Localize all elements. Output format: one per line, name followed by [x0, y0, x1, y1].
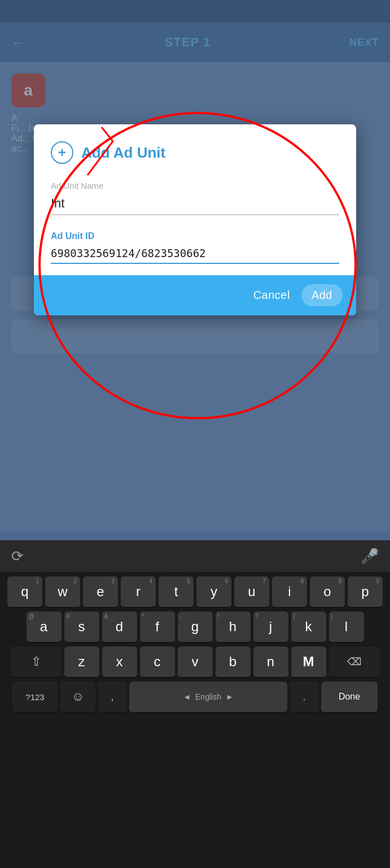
add-button[interactable]: Add [301, 284, 343, 306]
keyboard-toolbar: ⟳ 🎤 [0, 540, 390, 572]
add-icon-circle: + [51, 141, 73, 164]
keyboard-row-1: 1q 2w 3e 4r 5t 6y 7u 8i 9o 0p [3, 576, 387, 608]
space-arrow-right: ► [226, 692, 234, 701]
key-f[interactable]: *f [140, 611, 175, 643]
backspace-key[interactable]: ⌫ [329, 646, 380, 678]
key-v[interactable]: v [178, 646, 213, 678]
key-q[interactable]: 1q [7, 576, 42, 608]
modal-footer: Cancel Add [34, 275, 356, 315]
key-g[interactable]: -g [178, 611, 213, 643]
key-y[interactable]: 6y [196, 576, 231, 608]
key-w[interactable]: 2w [45, 576, 80, 608]
key-h[interactable]: !h [216, 611, 251, 643]
key-j[interactable]: ?j [253, 611, 288, 643]
key-n[interactable]: :n [253, 646, 288, 678]
key-x[interactable]: x [102, 646, 137, 678]
key-a[interactable]: @a [27, 611, 62, 643]
key-i[interactable]: 8i [272, 576, 307, 608]
key-p[interactable]: 0p [348, 576, 383, 608]
key-r[interactable]: 4r [121, 576, 156, 608]
keyboard-rows: 1q 2w 3e 4r 5t 6y 7u 8i 9o 0p @a #s &d *… [0, 572, 390, 719]
modal-title: Add Ad Unit [81, 144, 165, 162]
key-e[interactable]: 3e [83, 576, 118, 608]
done-key[interactable]: Done [321, 682, 378, 713]
key-d[interactable]: &d [102, 611, 137, 643]
key-c[interactable]: c [140, 646, 175, 678]
ad-unit-name-input[interactable] [51, 194, 339, 215]
microphone-icon[interactable]: 🎤 [361, 548, 379, 565]
key-z[interactable]: z [64, 646, 99, 678]
keyboard-row-4: ?123 ☺ , ◄ English ► . Done [3, 682, 387, 713]
plus-icon: + [58, 145, 66, 160]
period-key[interactable]: . [290, 682, 318, 713]
key-s[interactable]: #s [64, 611, 99, 643]
key-b[interactable]: b [216, 646, 251, 678]
comma-key[interactable]: , [98, 682, 126, 713]
numbers-key[interactable]: ?123 [12, 682, 58, 713]
key-t[interactable]: 5t [159, 576, 194, 608]
cancel-button[interactable]: Cancel [253, 289, 290, 302]
space-key[interactable]: ◄ English ► [129, 682, 287, 713]
key-u[interactable]: 7u [234, 576, 269, 608]
space-arrow-left: ◄ [183, 692, 191, 701]
ad-unit-id-input[interactable] [51, 245, 339, 264]
add-ad-unit-modal: + Add Ad Unit Ad Unit Name Ad Unit ID Ca… [34, 124, 356, 315]
shift-key[interactable]: ⇧ [11, 646, 62, 678]
modal-body: + Add Ad Unit Ad Unit Name Ad Unit ID [34, 124, 356, 275]
emoji-key[interactable]: ☺ [60, 682, 95, 713]
keyboard: ⟳ 🎤 1q 2w 3e 4r 5t 6y 7u 8i 9o 0p @a #s … [0, 540, 390, 868]
keyboard-row-3: ⇧ z x c v b :n M ⌫ [3, 646, 387, 678]
name-field-label: Ad Unit Name [51, 181, 339, 190]
id-field-label: Ad Unit ID [51, 231, 339, 241]
key-l[interactable]: )l [329, 611, 364, 643]
modal-title-row: + Add Ad Unit [51, 141, 339, 164]
space-label: English [195, 692, 221, 701]
key-m[interactable]: M [291, 646, 326, 678]
keyboard-row-2: @a #s &d *f -g !h ?j (k )l [3, 611, 387, 643]
undo-redo-icon[interactable]: ⟳ [11, 548, 24, 565]
key-o[interactable]: 9o [310, 576, 345, 608]
key-k[interactable]: (k [291, 611, 326, 643]
